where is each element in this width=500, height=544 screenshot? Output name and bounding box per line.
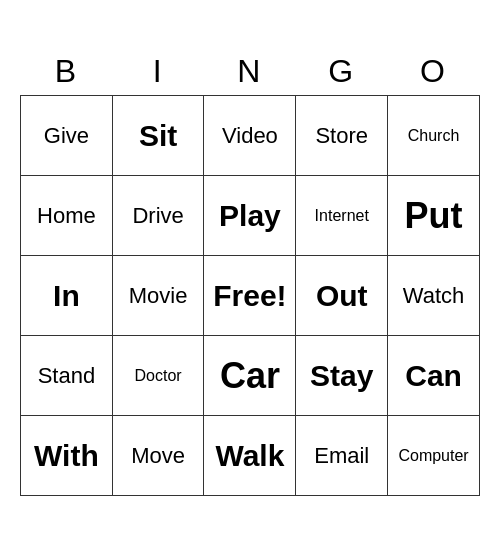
bingo-cell-2-3[interactable]: Out — [296, 256, 388, 336]
bingo-cell-0-3[interactable]: Store — [296, 96, 388, 176]
bingo-cell-0-4[interactable]: Church — [388, 96, 480, 176]
bingo-row-0: GiveSitVideoStoreChurch — [21, 96, 480, 176]
bingo-cell-1-0[interactable]: Home — [21, 176, 113, 256]
bingo-cell-2-1[interactable]: Movie — [112, 256, 204, 336]
bingo-header-N: N — [204, 48, 296, 96]
bingo-cell-3-0[interactable]: Stand — [21, 336, 113, 416]
bingo-cell-1-3[interactable]: Internet — [296, 176, 388, 256]
bingo-cell-1-1[interactable]: Drive — [112, 176, 204, 256]
bingo-row-1: HomeDrivePlayInternetPut — [21, 176, 480, 256]
bingo-cell-3-4[interactable]: Can — [388, 336, 480, 416]
bingo-cell-0-2[interactable]: Video — [204, 96, 296, 176]
bingo-cell-4-0[interactable]: With — [21, 416, 113, 496]
bingo-header-O: O — [388, 48, 480, 96]
bingo-cell-4-2[interactable]: Walk — [204, 416, 296, 496]
bingo-row-4: WithMoveWalkEmailComputer — [21, 416, 480, 496]
bingo-cell-2-0[interactable]: In — [21, 256, 113, 336]
bingo-row-3: StandDoctorCarStayCan — [21, 336, 480, 416]
bingo-cell-3-2[interactable]: Car — [204, 336, 296, 416]
bingo-cell-3-3[interactable]: Stay — [296, 336, 388, 416]
bingo-card: BINGO GiveSitVideoStoreChurchHomeDrivePl… — [20, 48, 480, 497]
bingo-header-I: I — [112, 48, 204, 96]
bingo-header-B: B — [21, 48, 113, 96]
bingo-cell-2-2[interactable]: Free! — [204, 256, 296, 336]
bingo-header-G: G — [296, 48, 388, 96]
bingo-cell-3-1[interactable]: Doctor — [112, 336, 204, 416]
bingo-cell-0-0[interactable]: Give — [21, 96, 113, 176]
bingo-row-2: InMovieFree!OutWatch — [21, 256, 480, 336]
bingo-cell-1-4[interactable]: Put — [388, 176, 480, 256]
bingo-cell-4-1[interactable]: Move — [112, 416, 204, 496]
bingo-cell-2-4[interactable]: Watch — [388, 256, 480, 336]
bingo-cell-0-1[interactable]: Sit — [112, 96, 204, 176]
bingo-cell-1-2[interactable]: Play — [204, 176, 296, 256]
bingo-cell-4-3[interactable]: Email — [296, 416, 388, 496]
bingo-cell-4-4[interactable]: Computer — [388, 416, 480, 496]
